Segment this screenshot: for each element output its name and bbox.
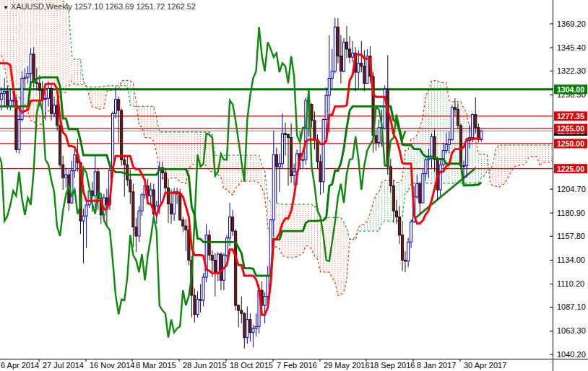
y-axis-tick-label: 1087.10: [557, 302, 586, 311]
y-axis-tick-label: 1204.70: [557, 185, 586, 193]
x-axis-tick-label: 18 Oct 2015: [230, 361, 273, 370]
price-line-badge-1265.00: 1265.00: [554, 124, 587, 134]
x-axis-tick-label: 6 Apr 2014: [1, 361, 39, 370]
y-axis-tick-label: 1345.40: [557, 43, 586, 52]
y-axis-tick-label: 1322.30: [557, 66, 586, 75]
y-axis-tick-label: 1157.80: [557, 232, 585, 240]
x-axis-tick-label: 28 Jun 2015: [183, 361, 227, 370]
price-chart-canvas[interactable]: 1369.201345.401322.301298.501204.701180.…: [0, 0, 588, 371]
x-axis-tick-label: 7 Feb 2016: [277, 361, 317, 370]
x-axis-tick-label: 16 Nov 2014: [90, 361, 134, 370]
y-axis-tick-label: 1180.90: [557, 209, 585, 217]
svg-text:1304.00: 1304.00: [557, 85, 584, 94]
y-axis-tick-label: 1369.20: [557, 19, 586, 28]
price-line-badge-1250.00: 1250.00: [554, 139, 587, 148]
y-axis-tick-label: 1040.20: [557, 350, 586, 359]
x-axis-tick-label: 8 Jan 2017: [417, 361, 456, 370]
price-line-badge-1304.00: 1304.00: [554, 84, 587, 94]
price-line-badge-1277.35: 1277.35: [554, 111, 587, 121]
svg-text:1277.35: 1277.35: [557, 112, 584, 121]
x-axis-tick-label: 30 Apr 2017: [464, 361, 506, 370]
x-axis-tick-label: 18 Sep 2016: [370, 361, 415, 370]
mt4-chart-window: ▼XAUUSD,Weekly 1257.10 1263.69 1251.72 1…: [0, 0, 588, 371]
svg-text:1265.00: 1265.00: [557, 124, 584, 133]
svg-text:1225.00: 1225.00: [557, 165, 584, 173]
y-axis-tick-label: 1134.00: [557, 256, 585, 264]
y-axis-tick-label: 1063.30: [557, 326, 586, 335]
svg-text:1250.00: 1250.00: [557, 139, 584, 148]
x-axis-tick-label: 27 Jul 2014: [43, 361, 84, 370]
y-axis-tick-label: 1110.20: [557, 279, 584, 288]
x-axis-tick-label: 8 Mar 2015: [136, 361, 176, 370]
x-axis-tick-label: 29 May 2016: [324, 361, 370, 370]
price-line-badge-1225.00: 1225.00: [554, 164, 587, 173]
